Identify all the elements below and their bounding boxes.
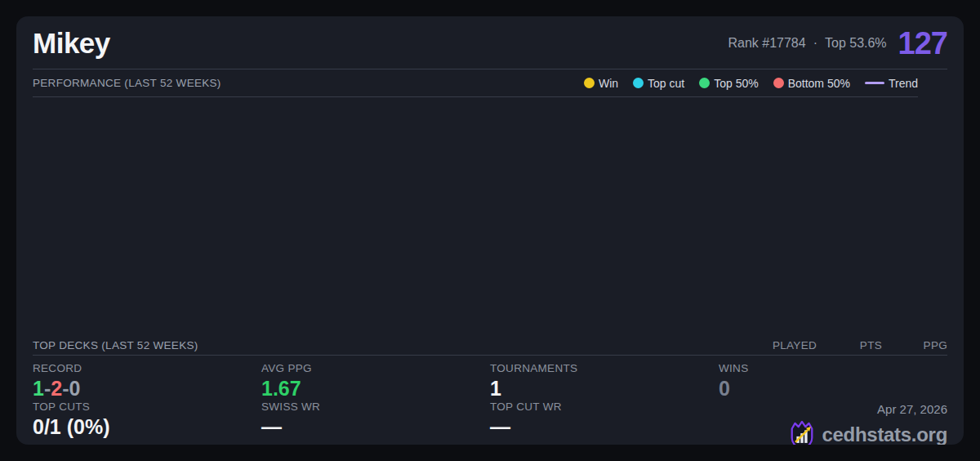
stat-label: TOURNAMENTS bbox=[490, 362, 719, 374]
trend-line-icon bbox=[865, 82, 884, 84]
stat-value: — bbox=[261, 415, 490, 438]
header-rank-group: Rank #17784 · Top 53.6% 127 bbox=[728, 26, 947, 61]
rank-label: Rank #17784 bbox=[728, 36, 805, 51]
stat-swiss-wr: SWISS WR — bbox=[261, 400, 490, 445]
win-dot-icon bbox=[584, 78, 595, 88]
top-50-dot-icon bbox=[699, 78, 710, 88]
stats-row-top: RECORD 1-2-0 AVG PPG 1.67 TOURNAMENTS 1 … bbox=[33, 361, 947, 400]
legend-item-trend[interactable]: Trend bbox=[865, 77, 918, 90]
top-decks-columns: PLAYED PTS PPG bbox=[751, 339, 947, 351]
stats-summary: RECORD 1-2-0 AVG PPG 1.67 TOURNAMENTS 1 … bbox=[33, 356, 947, 445]
stat-label: TOP CUTS bbox=[33, 401, 261, 413]
record-wins: 1 bbox=[33, 377, 44, 400]
legend-item-top-50[interactable]: Top 50% bbox=[699, 77, 758, 90]
record-draws: 0 bbox=[69, 377, 80, 400]
stat-value: — bbox=[490, 415, 719, 438]
stat-top-cuts: TOP CUTS 0/1 (0%) bbox=[33, 400, 261, 445]
stat-label: AVG PPG bbox=[261, 362, 490, 374]
player-score: 127 bbox=[898, 26, 947, 61]
record-separator: - bbox=[44, 377, 51, 400]
column-header-ppg: PPG bbox=[882, 339, 947, 351]
legend-label: Top 50% bbox=[714, 77, 758, 90]
legend-label: Win bbox=[599, 77, 618, 90]
stat-value: 0 bbox=[719, 377, 947, 400]
legend-item-bottom-50[interactable]: Bottom 50% bbox=[773, 77, 850, 90]
card-header: Mikey Rank #17784 · Top 53.6% 127 bbox=[33, 16, 947, 69]
performance-header: PERFORMANCE (LAST 52 WEEKS) Win Top cut … bbox=[33, 69, 918, 97]
legend-label: Top cut bbox=[648, 77, 684, 90]
footer-meta: Apr 27, 2026 cedhstats.org bbox=[719, 400, 947, 445]
percentile-label: Top 53.6% bbox=[825, 36, 887, 51]
brand-text: cedhstats.org bbox=[822, 423, 947, 445]
stat-avg-ppg: AVG PPG 1.67 bbox=[261, 361, 490, 400]
stats-row-bottom: TOP CUTS 0/1 (0%) SWISS WR — TOP CUT WR … bbox=[33, 400, 947, 445]
stat-tournaments: TOURNAMENTS 1 bbox=[490, 361, 719, 400]
legend-label: Trend bbox=[889, 77, 918, 90]
stat-record: RECORD 1-2-0 bbox=[33, 361, 261, 400]
generated-date: Apr 27, 2026 bbox=[877, 402, 947, 416]
stat-label: SWISS WR bbox=[261, 401, 490, 413]
legend-label: Bottom 50% bbox=[788, 77, 850, 90]
top-decks-header: TOP DECKS (LAST 52 WEEKS) PLAYED PTS PPG bbox=[33, 336, 947, 356]
record-losses: 2 bbox=[51, 377, 62, 400]
performance-chart-area bbox=[33, 97, 947, 336]
bottom-50-dot-icon bbox=[773, 78, 784, 88]
stat-value: 1 bbox=[490, 377, 719, 400]
stat-top-cut-wr: TOP CUT WR — bbox=[490, 400, 719, 445]
rank-separator: · bbox=[813, 36, 817, 51]
player-stats-card: Mikey Rank #17784 · Top 53.6% 127 PERFOR… bbox=[16, 16, 964, 445]
legend-item-top-cut[interactable]: Top cut bbox=[633, 77, 684, 90]
legend-item-win[interactable]: Win bbox=[584, 77, 618, 90]
rank-line: Rank #17784 · Top 53.6% bbox=[728, 36, 886, 51]
page-title: Mikey bbox=[33, 27, 110, 60]
chart-legend: Win Top cut Top 50% Bottom 50% Trend bbox=[584, 77, 918, 90]
cedhstats-logo-icon bbox=[788, 419, 816, 445]
performance-title: PERFORMANCE (LAST 52 WEEKS) bbox=[33, 77, 221, 89]
stat-label: RECORD bbox=[33, 362, 261, 374]
top-decks-title: TOP DECKS (LAST 52 WEEKS) bbox=[33, 339, 198, 351]
stat-value: 1.67 bbox=[261, 377, 490, 400]
stat-wins: WINS 0 bbox=[719, 361, 947, 400]
stat-label: WINS bbox=[719, 362, 947, 374]
top-cut-dot-icon bbox=[633, 78, 644, 88]
stat-value: 1-2-0 bbox=[33, 377, 261, 400]
stat-value: 0/1 (0%) bbox=[33, 415, 261, 438]
column-header-played: PLAYED bbox=[751, 339, 817, 351]
stat-label: TOP CUT WR bbox=[490, 401, 719, 413]
brand-link[interactable]: cedhstats.org bbox=[788, 419, 947, 445]
column-header-pts: PTS bbox=[817, 339, 882, 351]
